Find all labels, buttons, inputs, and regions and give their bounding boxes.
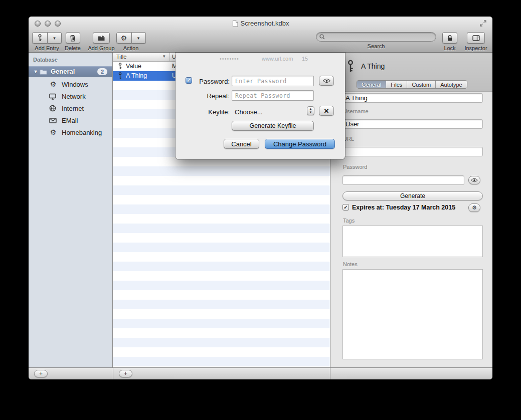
cancel-button[interactable]: Cancel [224,139,259,149]
sidebar-item-label: Windows [62,81,88,88]
lock-icon [447,35,453,42]
trash-icon [70,35,76,42]
sidebar-group-general[interactable]: ▾ General 2 [29,66,112,77]
gear-icon: ⚙ [49,129,57,136]
entry-title: Value [126,63,141,70]
inspector-header: A Thing General Files Custom Autotype [330,53,492,92]
folder-plus-icon [98,35,105,41]
username-label: Username [343,108,369,114]
ghost-extra: 15 [302,56,308,62]
add-group-plus-button[interactable]: + [34,370,48,377]
sheet-keyfile-label: Keyfile: [191,108,230,116]
tab-autotype[interactable]: Autotype [435,81,466,88]
add-group-button[interactable] [93,32,110,44]
password-field[interactable] [342,175,464,185]
bottom-bar: + + [29,367,492,379]
gear-icon: ⚙ [49,81,57,88]
sort-indicator-icon: ▾ [163,54,165,59]
change-password-button[interactable]: Change Password [265,139,335,149]
sheet-reveal-password-button[interactable] [319,76,334,86]
ghost-url: www.url.com [262,56,293,62]
toolbar: ▾ Add Entry Delete Add Group ⚙ [29,30,492,53]
keyfile-clear-button[interactable]: ✕ [319,106,334,116]
folder-icon [40,69,47,75]
password-label: Password [343,164,367,170]
add-entry-plus-button[interactable]: + [119,370,132,377]
globe-icon [49,105,57,112]
delete-label: Delete [65,45,81,51]
change-password-sheet: •••••••• www.url.com 15 ✓ Password: Repe… [176,53,345,159]
search-input[interactable] [327,34,433,41]
envelope-icon [49,118,57,123]
search-label: Search [368,43,385,49]
generate-keyfile-button[interactable]: Generate Keyfile [232,121,314,131]
expires-label: Expires at: Tuesday 17 March 2015 [352,204,455,211]
sheet-password-input[interactable] [232,76,314,86]
ghost-table-row: •••••••• www.url.com 15 [176,56,345,63]
stepper-down-icon: ▼ [309,111,312,114]
title-field[interactable] [342,93,483,103]
key-icon [345,60,356,73]
document-icon [232,20,238,27]
key-icon [37,34,43,42]
action-label: Action [123,45,139,51]
tags-textarea[interactable] [342,226,483,257]
sidebar-item-label: Internet [62,105,84,112]
close-icon: ✕ [324,107,329,115]
delete-button[interactable] [66,32,80,44]
add-entry-dropdown[interactable]: ▾ [48,32,62,44]
keyfile-popup-stepper[interactable]: ▲ ▼ [307,106,314,115]
notes-textarea[interactable] [342,269,483,359]
tab-general[interactable]: General [357,81,386,88]
add-group-label: Add Group [88,45,114,51]
sidebar-item-label: Homebanking [62,129,102,136]
expires-checkbox[interactable]: ✓ [342,204,349,211]
inspector-label: Inspector [464,45,487,51]
tab-custom[interactable]: Custom [407,81,435,88]
disclosure-triangle-icon[interactable]: ▾ [32,69,40,74]
entry-title: A Thing [126,72,147,79]
tab-files[interactable]: Files [386,81,407,88]
column-header-title[interactable]: Title [116,54,126,60]
sidebar-item-homebanking[interactable]: ⚙ Homebanking [29,126,112,138]
action-dropdown[interactable]: ▾ [132,32,146,44]
sheet-password-label: Password: [191,78,230,85]
search-icon [319,34,325,40]
sidebar-item-email[interactable]: EMail [29,114,112,126]
inspector-button[interactable] [467,32,485,44]
sheet-repeat-label: Repeat: [191,92,230,100]
add-entry-button[interactable] [32,32,48,44]
sidebar-item-label: EMail [62,117,78,124]
lock-label: Lock [444,45,455,51]
ghost-password-dots: •••••••• [220,56,239,62]
gear-icon: ⚙ [472,204,477,211]
search-field[interactable] [316,32,436,42]
inspector-tabs: General Files Custom Autotype [357,80,467,89]
inspector-panel: A Thing General Files Custom Autotype Us… [330,53,492,367]
reveal-password-button[interactable] [468,176,480,184]
sheet-repeat-input[interactable] [232,90,314,101]
url-field[interactable] [342,147,483,156]
sidebar: Database ▾ General 2 ⚙ Windows Network [29,53,113,367]
keyfile-popup[interactable]: Choose... [235,108,263,116]
sidebar-item-internet[interactable]: Internet [29,102,112,114]
eye-icon [323,78,330,83]
app-window: Screenshot.kdbx ▾ Add Entry [29,17,492,379]
expires-settings-button[interactable]: ⚙ [468,203,480,212]
username-field[interactable] [342,119,483,129]
sidebar-group-label: General [51,68,75,75]
key-icon [117,72,123,79]
group-count-badge: 2 [97,68,107,75]
sidebar-item-label: Network [62,93,86,100]
sidebar-item-windows[interactable]: ⚙ Windows [29,78,112,90]
lock-button[interactable] [442,32,457,44]
gear-icon: ⚙ [121,35,127,42]
fullscreen-icon[interactable] [480,20,486,27]
window-title: Screenshot.kdbx [241,20,289,27]
sidebar-header: Database [33,57,58,63]
sidebar-item-network[interactable]: Network [29,90,112,102]
stepper-up-icon: ▲ [309,107,312,111]
action-button[interactable]: ⚙ [116,32,132,44]
add-entry-label: Add Entry [35,45,59,51]
generate-button[interactable]: Generate [342,191,483,200]
